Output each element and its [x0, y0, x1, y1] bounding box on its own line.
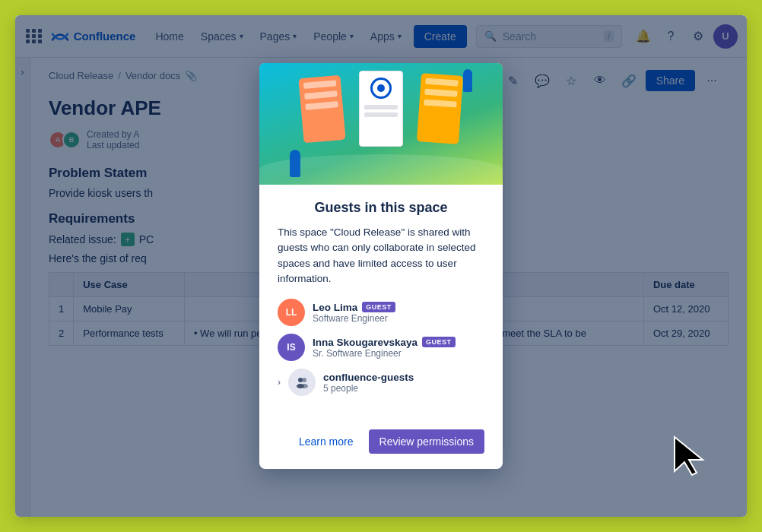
modal-description: This space "Cloud Release" is shared wit…: [278, 225, 484, 287]
group-expand-icon[interactable]: ›: [278, 377, 281, 388]
group-avatar: [288, 369, 316, 396]
modal-title: Guests in this space: [278, 200, 484, 216]
group-info: confluence-guests 5 people: [323, 372, 484, 394]
learn-more-button[interactable]: Learn more: [290, 430, 363, 453]
review-permissions-button[interactable]: Review permissions: [369, 429, 484, 454]
guest-info-2: Inna Skougarevskaya GUEST Sr. Software E…: [313, 337, 484, 359]
guest-badge-2: GUEST: [422, 337, 456, 347]
guest-name-1: Leo Lima: [313, 302, 357, 313]
guest-role-2: Sr. Software Engineer: [313, 348, 484, 359]
modal-footer: Learn more Review permissions: [259, 420, 503, 469]
guest-list: LL Leo Lima GUEST Software Engineer: [278, 299, 484, 396]
guest-avatar-2: IS: [278, 334, 305, 361]
guest-name-row-1: Leo Lima GUEST: [313, 302, 484, 313]
guest-avatar-1: LL: [278, 299, 305, 326]
guest-name-2: Inna Skougarevskaya: [313, 337, 418, 348]
guest-item: LL Leo Lima GUEST Software Engineer: [278, 299, 484, 326]
group-name: confluence-guests: [323, 372, 484, 383]
modal-wrapper: Guests in this space This space "Cloud R…: [15, 15, 747, 517]
cursor-arrow: [671, 433, 709, 479]
group-count: 5 people: [323, 383, 484, 394]
guest-role-1: Software Engineer: [313, 313, 484, 324]
modal-illustration: [259, 63, 503, 185]
svg-point-1: [302, 378, 306, 382]
guests-modal: Guests in this space This space "Cloud R…: [259, 63, 503, 469]
modal-body: Guests in this space This space "Cloud R…: [259, 185, 503, 420]
svg-point-3: [300, 384, 308, 388]
guest-item: IS Inna Skougarevskaya GUEST Sr. Softwar…: [278, 334, 484, 361]
group-item: › confluence-guests 5 people: [278, 369, 484, 396]
group-icon: [294, 375, 310, 390]
guest-info-1: Leo Lima GUEST Software Engineer: [313, 302, 484, 324]
guest-badge-1: GUEST: [362, 302, 395, 312]
guest-name-row-2: Inna Skougarevskaya GUEST: [313, 337, 484, 348]
